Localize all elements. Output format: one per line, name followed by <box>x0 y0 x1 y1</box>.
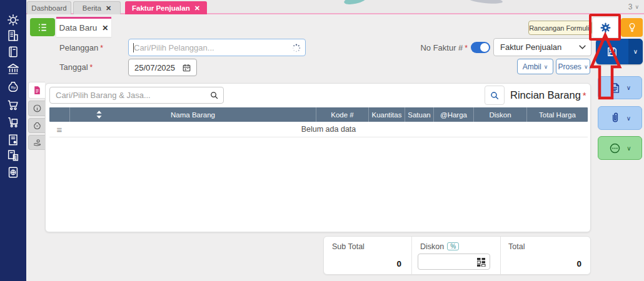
sub-total-label: Sub Total <box>332 242 365 251</box>
tax-calculator-icon[interactable] <box>6 149 20 162</box>
loading-spinner-icon <box>292 44 301 52</box>
column-kode[interactable]: Kode # <box>316 107 368 122</box>
sales-money-bag-icon[interactable]: Rp <box>6 80 20 94</box>
assets-building-icon[interactable] <box>6 133 20 147</box>
column-drag-handle <box>49 107 69 122</box>
company-icon[interactable] <box>6 29 20 42</box>
chevron-down-icon: ∨ <box>633 48 638 55</box>
ambil-button[interactable]: Ambil ∨ <box>517 59 553 74</box>
diskon-input[interactable] <box>422 255 473 269</box>
chevron-down-icon: ∨ <box>626 145 631 152</box>
pelanggan-label: Pelanggan* <box>59 43 103 52</box>
diskon-label: Diskon% <box>420 242 459 251</box>
column-label: @Harga <box>440 111 467 119</box>
rincian-search-button[interactable] <box>485 86 505 105</box>
column-nama-barang[interactable]: Nama Barang <box>69 107 316 122</box>
tab-data-baru[interactable]: Data Baru ✕ <box>56 17 111 37</box>
tab-berita[interactable]: Berita ✕ <box>73 1 121 14</box>
sub-total-section: Sub Total 0 <box>324 237 412 274</box>
list-view-button[interactable] <box>30 18 55 36</box>
rancangan-formulir-button[interactable]: Rancangan Formulir <box>528 21 592 35</box>
idea-lamp-button[interactable] <box>621 18 643 37</box>
tanggal-date-field[interactable]: 25/07/2025 <box>128 59 197 76</box>
diskon-section: Diskon% <box>412 237 501 274</box>
tab-label: Faktur Penjualan <box>132 4 190 12</box>
faktur-type-select[interactable]: Faktur Penjualan <box>493 38 591 56</box>
column-kuantitas[interactable]: Kuantitas <box>368 107 405 122</box>
settings-gear-button[interactable] <box>592 17 618 38</box>
save-main[interactable] <box>596 46 628 58</box>
tab-label: Data Baru <box>59 23 98 32</box>
ellipsis-circle-icon <box>608 142 621 155</box>
more-options-button[interactable]: ∨ <box>598 136 642 160</box>
settings-icon[interactable] <box>6 13 20 27</box>
bank-icon[interactable] <box>6 62 20 76</box>
pelanggan-input[interactable] <box>134 40 284 55</box>
total-section: Total 0 <box>501 237 590 274</box>
gear-icon <box>599 21 612 34</box>
close-icon[interactable]: ✕ <box>106 4 111 12</box>
proses-button[interactable]: Proses ∨ <box>556 59 590 74</box>
purchase-cart-icon[interactable] <box>6 98 20 112</box>
print-document-button[interactable]: ∨ <box>598 76 642 99</box>
window-count-dropdown[interactable]: 3 ∨ <box>628 2 639 11</box>
main-sidebar: Rp <box>0 0 26 281</box>
hand-payment-icon <box>33 138 42 147</box>
calendar-icon <box>182 63 191 72</box>
mini-tab-payment[interactable] <box>28 135 45 150</box>
decorative-shape <box>468 0 503 5</box>
tab-faktur-penjualan[interactable]: Faktur Penjualan ✕ <box>125 1 207 14</box>
paperclip-icon <box>609 112 621 124</box>
inventory-trolley-icon[interactable] <box>6 116 20 129</box>
mini-tab-info[interactable] <box>28 101 45 116</box>
journal-book-icon[interactable] <box>6 45 20 59</box>
tab-label: Dashboard <box>31 4 66 12</box>
barang-search-input[interactable] <box>56 88 203 102</box>
column-diskon[interactable]: Diskon <box>473 107 526 122</box>
required-mark: * <box>465 44 468 52</box>
save-dropdown[interactable]: ∨ <box>628 39 643 64</box>
close-icon[interactable]: ✕ <box>194 4 200 12</box>
required-mark: * <box>583 90 586 101</box>
date-value: 25/07/2025 <box>129 63 182 72</box>
pelanggan-search-field[interactable] <box>128 39 306 56</box>
app-window: Rp <box>0 0 644 281</box>
required-mark: * <box>100 44 103 52</box>
save-button[interactable]: ∨ <box>596 39 643 64</box>
close-icon[interactable]: ✕ <box>102 24 108 32</box>
reports-ledger-icon[interactable] <box>6 165 20 179</box>
count-label: 3 <box>628 2 633 11</box>
info-icon <box>33 104 42 113</box>
percent-badge[interactable]: % <box>447 242 459 250</box>
mini-tab-costs[interactable] <box>28 118 45 133</box>
total-label: Total <box>508 242 525 251</box>
money-bag-icon <box>33 121 42 131</box>
table-empty-row: ≡ Belum ada data <box>49 122 588 137</box>
calculator-grid-icon[interactable] <box>477 258 486 267</box>
tab-dashboard[interactable]: Dashboard <box>27 1 71 14</box>
column-label: Kode # <box>331 111 353 119</box>
column-total-harga[interactable]: Total Harga <box>526 107 588 122</box>
tanggal-label: Tanggal* <box>59 62 93 72</box>
no-faktur-toggle[interactable] <box>471 42 490 53</box>
chevron-down-icon: ∨ <box>544 64 548 70</box>
search-icon <box>209 91 219 100</box>
rincian-barang-card: Rincian Barang* Nama Barang Kode # Kuant… <box>45 83 591 232</box>
mini-tab-invoice-detail[interactable] <box>28 82 45 99</box>
barang-search-field[interactable] <box>49 87 224 104</box>
rincian-barang-title: Rincian Barang* <box>510 89 586 101</box>
svg-text:Rp: Rp <box>11 86 16 89</box>
diskon-field[interactable] <box>418 254 490 270</box>
column-label: Nama Barang <box>171 111 215 119</box>
list-icon <box>36 21 49 34</box>
column-label: Kuantitas <box>372 111 402 119</box>
drag-handle-icon[interactable]: ≡ <box>49 125 69 134</box>
attachment-button[interactable]: ∨ <box>598 106 642 130</box>
total-value: 0 <box>576 259 581 269</box>
column-satuan[interactable]: Satuan <box>405 107 433 122</box>
sort-icon[interactable] <box>96 111 102 119</box>
select-value: Faktur Penjualan <box>494 42 579 52</box>
button-label: Proses <box>558 62 581 71</box>
column-harga[interactable]: @Harga <box>433 107 473 122</box>
button-label: Rancangan Formulir <box>529 24 591 32</box>
